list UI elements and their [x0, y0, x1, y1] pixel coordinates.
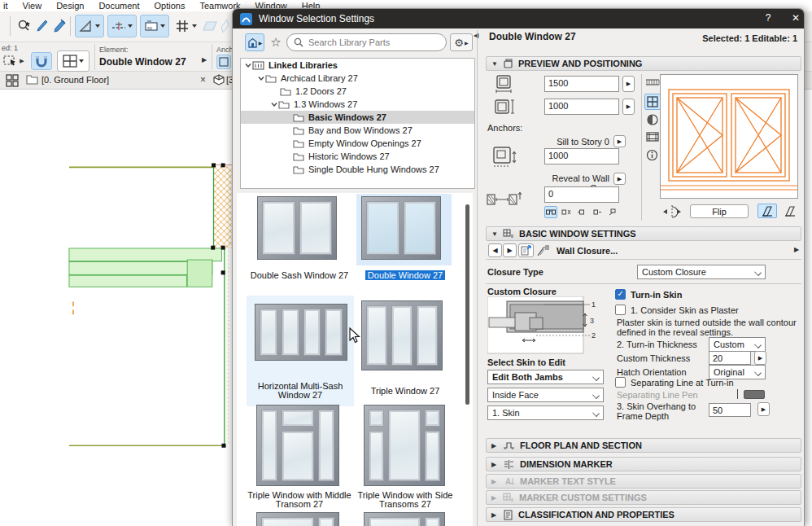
thumb-label[interactable]: Horizontal Multi-Sash Window 27 [247, 382, 354, 400]
anchor-option-3[interactable] [575, 206, 588, 218]
dropdown-arrow-icon[interactable] [160, 24, 165, 28]
preview-mode-front-view-icon-active[interactable] [644, 94, 661, 110]
skin-overhang-spin[interactable]: ▶ [757, 402, 770, 416]
preview-viewport[interactable] [660, 74, 798, 199]
skin-overhang-field[interactable]: 50 [709, 403, 751, 417]
thumb-label-selected[interactable]: Double Window 27 [351, 271, 459, 280]
thumb-triple-side-transoms[interactable] [364, 405, 445, 486]
menu-item-view[interactable]: View [23, 1, 42, 11]
tree-item-windows[interactable]: 1.3 Windows 27 [241, 98, 474, 111]
menu-item-options[interactable]: Options [155, 1, 186, 11]
skin-edit-dropdown-1[interactable]: Edit Both Jambs [487, 370, 604, 384]
skin-edit-dropdown-2[interactable]: Inside Face [487, 388, 604, 402]
thumb-label[interactable]: Triple Window with Side Transoms 27 [351, 491, 459, 509]
mirror-left-button-active[interactable] [757, 204, 777, 218]
turn-in-thickness-dropdown[interactable]: Custom [709, 337, 766, 352]
settings-page-next-arrow[interactable]: ▶ [794, 246, 799, 253]
folder-view-button[interactable]: ▶ [245, 33, 264, 51]
preview-mode-3d-icon[interactable] [646, 113, 659, 126]
window-tool-button[interactable] [57, 50, 89, 72]
closure-type-dropdown[interactable]: Custom Closure [637, 265, 766, 279]
thumb-triple-middle-transom[interactable] [256, 405, 339, 486]
tree-item-linked-libraries[interactable]: Linked Libraries [241, 59, 474, 72]
tree-item-doors[interactable]: 1.2 Doors 27 [241, 85, 474, 98]
tab-close-icon[interactable]: × [200, 74, 206, 85]
next-settings-button[interactable]: ▶ [503, 243, 517, 257]
accordion-preview-positioning[interactable]: ▼ PREVIEW AND POSITIONING [486, 56, 801, 71]
anchor-option-4[interactable] [591, 206, 604, 218]
magnet-snap-button[interactable] [31, 52, 52, 70]
consider-plaster-checkbox[interactable] [615, 305, 626, 315]
flip-orientation-icon[interactable] [661, 204, 683, 219]
menu-item-edit[interactable]: it [3, 1, 8, 11]
search-input[interactable]: Search Library Parts [286, 33, 447, 51]
help-button[interactable]: ? [760, 12, 776, 24]
turn-in-skin-checkbox[interactable] [615, 289, 626, 300]
separating-pen-swatch[interactable] [744, 390, 765, 399]
sill-height-field[interactable]: 1000 [544, 148, 619, 164]
zoom-select-tool[interactable] [15, 15, 34, 37]
dialog-title-bar[interactable]: Window Selection Settings ? ✕ [233, 9, 804, 28]
custom-thickness-spin[interactable]: ▶ [754, 351, 766, 365]
height-field[interactable]: 1000 [544, 99, 619, 115]
quick-views-icon[interactable] [3, 73, 21, 88]
accordion-classification-properties[interactable]: ▶ CLASSIFICATION AND PROPERTIES [486, 507, 801, 522]
thumb-label[interactable]: Triple Window with Middle Transom 27 [246, 491, 353, 509]
thumb-label[interactable]: Double Sash Window 27 [246, 271, 353, 280]
preview-mode-section-icon[interactable] [645, 131, 660, 142]
element-expand-arrow[interactable]: ▶ [202, 56, 207, 64]
menu-item-document[interactable]: Document [98, 1, 139, 11]
anchor-option-5[interactable] [606, 206, 619, 218]
dropdown-arrow-icon[interactable] [128, 24, 133, 28]
wall-closure-page-button[interactable]: Wall Closure... [537, 243, 781, 257]
width-spin-button[interactable]: ▶ [622, 76, 635, 92]
thumb-partial-2[interactable] [364, 512, 445, 526]
thumb-label[interactable]: Triple Window 27 [351, 387, 459, 396]
tree-item-archicad-library[interactable]: Archicad Library 27 [241, 72, 474, 85]
separating-line-checkbox[interactable] [615, 377, 626, 388]
chevron-down-icon[interactable] [257, 75, 265, 81]
chevron-down-icon[interactable] [270, 101, 278, 107]
previous-settings-button[interactable]: ◀ [488, 243, 502, 257]
favorites-star-icon[interactable]: ☆ [267, 33, 285, 51]
thumb-partial-1[interactable] [256, 512, 339, 526]
flip-button[interactable]: Flip [690, 204, 749, 218]
tree-item-bay-bow[interactable]: Bay and Bow Windows 27 [241, 124, 474, 137]
tree-item-basic-windows[interactable]: Basic Windows 27 [241, 111, 474, 124]
marquee-select-button[interactable]: ▶ [2, 52, 26, 70]
tab-ground-floor[interactable]: [0. Ground Floor] [41, 75, 109, 85]
library-settings-button[interactable]: ⚙ ▶ [450, 33, 473, 51]
menu-item-design[interactable]: Design [56, 1, 84, 11]
preview-info-icon[interactable] [646, 149, 658, 161]
dropdown-arrow-icon[interactable] [95, 24, 100, 28]
anchor-point-button[interactable] [216, 55, 231, 69]
sill-anchor-menu-button[interactable]: ▶ [613, 135, 626, 147]
tree-item-historic[interactable]: Historic Windows 27 [241, 150, 474, 163]
transfer-settings-button[interactable] [518, 243, 534, 257]
reveal-anchor-menu-button[interactable]: ▶ [613, 173, 626, 185]
accordion-floor-plan-section[interactable]: ▶ FLOOR PLAN AND SECTION [486, 438, 801, 453]
thumb-double-window[interactable] [361, 196, 441, 260]
accordion-basic-window-settings[interactable]: ▼ BASIC WINDOW SETTINGS [486, 226, 801, 241]
anchor-option-1-active[interactable] [544, 206, 557, 218]
dropdown-arrow-icon[interactable] [79, 59, 84, 63]
skin-edit-dropdown-3[interactable]: 1. Skin [487, 405, 604, 420]
accordion-dimension-marker[interactable]: ▶ DIMENSION MARKER [486, 457, 801, 471]
grid-snap-button[interactable] [172, 15, 200, 37]
pane-divider[interactable] [477, 30, 478, 526]
height-spin-button[interactable]: ▶ [622, 99, 635, 115]
snap-guides-button[interactable] [107, 15, 137, 37]
chevron-down-icon[interactable] [244, 62, 252, 68]
guideline-tool-button[interactable] [75, 15, 104, 37]
custom-thickness-field[interactable]: 20 [709, 351, 751, 365]
tree-item-empty-openings[interactable]: Empty Window Openings 27 [241, 137, 474, 150]
tree-item-single-double-hung[interactable]: Single Double Hung Windows 27 [241, 163, 474, 176]
mirror-right-button[interactable] [780, 204, 800, 218]
coordinates-button[interactable]: xy [140, 15, 169, 37]
eyedropper-tool[interactable] [34, 15, 49, 37]
close-button[interactable]: ✕ [788, 12, 804, 24]
width-field[interactable]: 1500 [544, 76, 619, 92]
dropdown-arrow-icon[interactable] [192, 24, 197, 28]
reveal-field[interactable]: 0 [544, 186, 619, 203]
thumb-triple-window[interactable] [361, 300, 443, 370]
